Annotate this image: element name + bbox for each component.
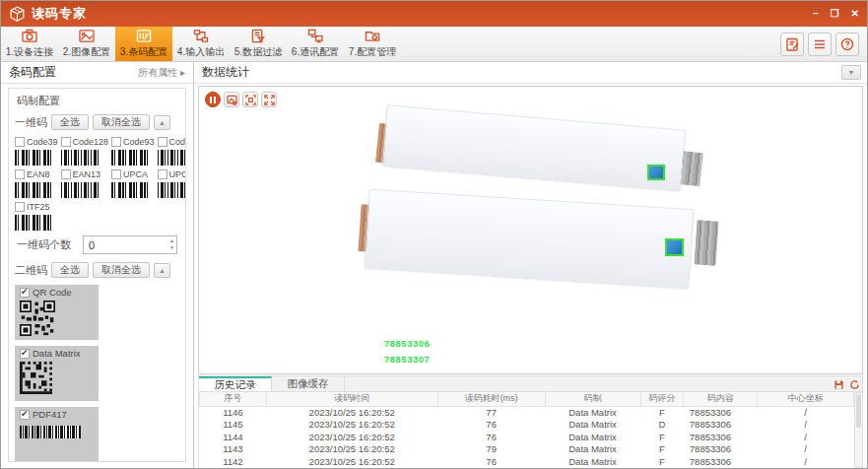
pdf417-checkbox[interactable] xyxy=(20,410,30,420)
two-d-deselect-all-button[interactable]: 取消全选 xyxy=(93,262,150,278)
two-d-collapse-button[interactable]: ▲ xyxy=(154,263,170,278)
save-icon xyxy=(834,379,844,390)
tab-label: 5.数据过滤 xyxy=(234,45,282,59)
barcode-config-icon xyxy=(135,29,153,43)
tab-data-filter[interactable]: 5.数据过滤 xyxy=(230,27,287,61)
tab-device-connect[interactable]: 1.设备连接 xyxy=(1,27,58,61)
help-button[interactable] xyxy=(835,33,859,56)
tab-history-record[interactable]: 历史记录 xyxy=(199,376,272,391)
barcode-sample-image xyxy=(61,150,100,166)
code93-checkbox[interactable] xyxy=(111,137,121,147)
barcode-sample-image xyxy=(15,182,54,198)
clear-history-button[interactable] xyxy=(848,378,861,390)
col-duration[interactable]: 读码耗时(ms) xyxy=(437,392,545,406)
one-d-count-label: 一维码个数 xyxy=(17,237,71,252)
upce-checkbox[interactable] xyxy=(158,169,167,179)
code-item-code128[interactable]: Code128 xyxy=(61,137,109,166)
tab-image-cache[interactable]: 图像缓存 xyxy=(272,376,345,391)
two-d-select-all-button[interactable]: 全选 xyxy=(51,262,89,278)
tab-comm-config[interactable]: 6.通讯配置 xyxy=(287,27,344,61)
title-bar: 读码专家 – ❒ ✕ xyxy=(1,1,867,27)
history-panel: 历史记录 图像缓存 xyxy=(198,375,863,468)
col-read-time[interactable]: 读码时间 xyxy=(266,392,437,406)
itf25-checkbox[interactable] xyxy=(15,202,25,212)
code-item-code93[interactable]: Code93 xyxy=(111,137,155,166)
table-row[interactable]: 11452023/10/25 16:20:5276Data MatrixD788… xyxy=(200,419,854,432)
code-item-itf25[interactable]: ITF25 xyxy=(15,202,58,231)
product-top xyxy=(382,104,686,190)
table-row[interactable]: 11432023/10/25 16:20:5279Data MatrixF788… xyxy=(200,443,854,456)
code39-checkbox[interactable] xyxy=(15,137,25,147)
barcode-sample-image xyxy=(15,150,54,166)
code-item-ean8[interactable]: EAN8 xyxy=(15,169,58,198)
table-row[interactable]: 11462023/10/25 16:20:5277Data MatrixF788… xyxy=(200,406,854,419)
stats-panel-title: 数据统计 xyxy=(202,64,249,81)
chevron-right-icon: ▸ xyxy=(180,67,185,78)
close-button[interactable]: ✕ xyxy=(851,9,859,19)
minimize-button[interactable]: – xyxy=(813,9,819,19)
code-item-code39[interactable]: Code39 xyxy=(15,137,58,166)
all-properties-link[interactable]: 所有属性 ▸ xyxy=(138,66,185,80)
datamatrix-checkbox[interactable] xyxy=(20,349,30,359)
col-content[interactable]: 码内容 xyxy=(684,392,758,406)
list-view-button[interactable] xyxy=(808,33,832,56)
code-label: Code39 xyxy=(27,137,58,147)
qrcode-checkbox[interactable] xyxy=(20,288,30,298)
code-item-ean13[interactable]: EAN13 xyxy=(61,169,109,198)
image-save-button[interactable] xyxy=(224,92,239,107)
spinner-arrows-icon[interactable]: ▲▼ xyxy=(169,237,174,251)
tab-input-output[interactable]: 4.输入输出 xyxy=(172,27,230,61)
fit-view-button[interactable] xyxy=(242,92,258,107)
code-item-upce[interactable]: UPCE xyxy=(158,169,186,198)
barcode-sample-image xyxy=(111,182,151,198)
one-d-collapse-button[interactable]: ▲ xyxy=(154,115,170,130)
image-viewer[interactable]: 78853306 78853307 xyxy=(198,86,863,374)
col-center[interactable]: 中心坐标 xyxy=(758,392,854,406)
code-item-pdf417[interactable]: PDF417 xyxy=(15,407,99,462)
image-icon xyxy=(78,29,96,43)
pause-icon xyxy=(210,97,216,103)
code128-checkbox[interactable] xyxy=(61,137,71,147)
ean8-checkbox[interactable] xyxy=(15,169,25,179)
panel-dropdown-button[interactable]: ▼ xyxy=(841,65,861,80)
app-logo-cube-icon xyxy=(9,6,26,23)
col-score[interactable]: 码评分 xyxy=(640,392,684,406)
one-d-count-input[interactable]: 0 ▲▼ xyxy=(83,235,177,254)
code-label: Code93 xyxy=(123,137,155,147)
codabar-checkbox[interactable] xyxy=(158,137,167,147)
col-seq[interactable]: 序号 xyxy=(200,392,267,406)
code-item-codabar[interactable]: CodaBar xyxy=(158,137,186,166)
code-item-upca[interactable]: UPCA xyxy=(111,169,155,198)
history-table[interactable]: 序号 读码时间 读码耗时(ms) 码制 码评分 码内容 中心坐标 1146202… xyxy=(198,392,854,468)
maximize-button[interactable]: ❒ xyxy=(831,9,839,19)
save-history-button[interactable] xyxy=(833,378,845,390)
detected-code-roi-top xyxy=(647,165,665,180)
list-icon xyxy=(813,37,827,51)
fullscreen-button[interactable] xyxy=(261,92,277,107)
table-row[interactable]: 11442023/10/25 16:20:5276Data MatrixF788… xyxy=(200,432,854,444)
tab-barcode-config[interactable]: 3.条码配置 xyxy=(115,27,172,61)
code-item-datamatrix[interactable]: Data Matrix xyxy=(15,346,99,401)
fullscreen-icon xyxy=(264,95,275,105)
log-report-button[interactable] xyxy=(780,33,804,56)
tab-config-manage[interactable]: 7.配置管理 xyxy=(344,27,401,61)
pause-button[interactable] xyxy=(205,92,221,107)
one-d-select-all-button[interactable]: 全选 xyxy=(51,114,89,130)
fit-view-icon xyxy=(245,95,256,105)
app-title: 读码专家 xyxy=(32,5,87,23)
decoded-value-1: 78853306 xyxy=(384,338,430,349)
code-item-qrcode[interactable]: QR Code xyxy=(15,285,99,340)
tab-image-config[interactable]: 2.图像配置 xyxy=(58,27,115,61)
table-scrollbar[interactable] xyxy=(854,392,863,468)
upca-checkbox[interactable] xyxy=(111,169,121,179)
scrollbar-thumb[interactable] xyxy=(856,394,861,428)
pdf417-sample-image xyxy=(20,426,81,438)
table-row[interactable]: 11422023/10/25 16:20:5276Data MatrixF788… xyxy=(200,456,854,468)
table-header-row: 序号 读码时间 读码耗时(ms) 码制 码评分 码内容 中心坐标 xyxy=(200,392,854,406)
one-d-deselect-all-button[interactable]: 取消全选 xyxy=(93,114,150,130)
col-code-type[interactable]: 码制 xyxy=(545,392,640,406)
one-d-count-value: 0 xyxy=(89,239,95,251)
ean13-checkbox[interactable] xyxy=(61,169,71,179)
data-stats-panel: 数据统计 ▼ xyxy=(194,62,867,468)
comm-config-icon xyxy=(306,29,324,43)
